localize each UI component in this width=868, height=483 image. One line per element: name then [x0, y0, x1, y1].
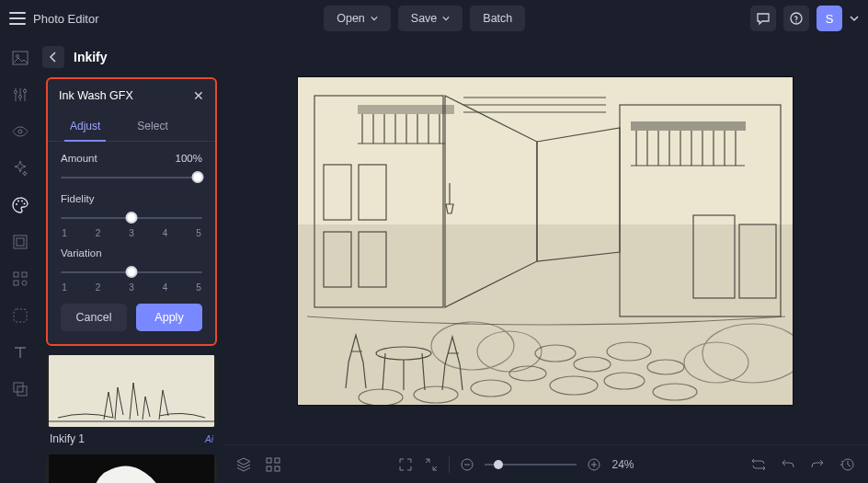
eye-icon[interactable]: [10, 121, 30, 142]
help-icon[interactable]: [783, 6, 809, 31]
compare-icon[interactable]: [750, 456, 767, 473]
amount-value: 100%: [176, 153, 202, 164]
svg-point-1: [795, 21, 796, 22]
svg-rect-20: [17, 386, 27, 396]
chevron-down-icon: [442, 15, 450, 22]
text-icon[interactable]: [10, 342, 30, 362]
tab-select[interactable]: Select: [131, 112, 173, 141]
zoom-value: 24%: [611, 458, 634, 471]
svg-point-17: [22, 281, 27, 285]
svg-point-8: [16, 203, 17, 205]
svg-point-5: [18, 95, 21, 98]
amount-label: Amount: [61, 153, 97, 164]
zoom-in-icon[interactable]: [586, 456, 602, 473]
avatar[interactable]: S: [817, 6, 842, 31]
chevron-down-icon[interactable]: [850, 14, 859, 23]
svg-point-7: [18, 130, 22, 133]
svg-rect-18: [14, 309, 27, 322]
variation-label: Variation: [61, 247, 102, 259]
svg-point-9: [17, 201, 19, 202]
back-button[interactable]: [42, 46, 64, 68]
batch-button[interactable]: Batch: [470, 6, 525, 31]
sparkle-icon[interactable]: [10, 158, 30, 178]
svg-rect-2: [13, 52, 28, 64]
layers-tool-icon[interactable]: [235, 456, 252, 473]
svg-point-11: [24, 203, 26, 205]
svg-rect-15: [22, 272, 27, 277]
layers-icon[interactable]: [10, 379, 30, 399]
menu-icon[interactable]: [9, 12, 26, 25]
apply-button[interactable]: Apply: [136, 304, 202, 331]
sliders-icon[interactable]: [10, 85, 30, 105]
svg-rect-81: [267, 466, 271, 471]
bottombar: 24%: [223, 444, 868, 483]
svg-rect-31: [358, 105, 454, 114]
preset-thumbnail: [46, 454, 217, 483]
redo-icon[interactable]: [809, 456, 826, 473]
preset-name: Inkify 1: [50, 432, 85, 445]
undo-icon[interactable]: [780, 456, 796, 473]
canvas-area: 24%: [223, 37, 868, 483]
side-panel: Inkify Ink Wash GFX ✕ Adjust Select Amou…: [40, 37, 223, 483]
topbar: Photo Editor Open Save Batch S: [0, 0, 868, 37]
history-icon[interactable]: [839, 456, 855, 473]
close-icon[interactable]: ✕: [193, 88, 204, 103]
effect-card: Ink Wash GFX ✕ Adjust Select Amount100% …: [46, 77, 217, 346]
zoom-slider[interactable]: [485, 460, 577, 469]
effect-title: Ink Wash GFX: [59, 89, 133, 102]
actual-size-icon[interactable]: [423, 456, 440, 473]
svg-rect-82: [275, 466, 280, 471]
svg-point-3: [17, 55, 19, 58]
svg-rect-16: [14, 281, 18, 285]
crop-icon[interactable]: [10, 305, 30, 326]
zoom-out-icon[interactable]: [459, 456, 475, 473]
preset-item[interactable]: Inkify 1Ai: [46, 355, 217, 445]
palette-icon[interactable]: [10, 195, 30, 215]
app-title: Photo Editor: [33, 12, 99, 26]
fidelity-label: Fidelity: [61, 193, 94, 204]
frame-icon[interactable]: [10, 232, 30, 252]
svg-rect-14: [14, 272, 18, 277]
image-icon[interactable]: [10, 48, 30, 68]
svg-rect-19: [14, 383, 23, 392]
svg-point-4: [14, 90, 17, 93]
tool-iconbar: [0, 37, 40, 483]
svg-rect-79: [267, 458, 271, 463]
canvas[interactable]: [297, 76, 794, 406]
svg-point-10: [21, 201, 23, 202]
grid-tool-icon[interactable]: [265, 456, 281, 473]
save-button[interactable]: Save: [398, 6, 463, 31]
preset-thumbnail: [46, 355, 217, 427]
fidelity-slider[interactable]: [61, 212, 202, 224]
open-button[interactable]: Open: [324, 6, 391, 31]
amount-slider[interactable]: [61, 171, 202, 184]
svg-rect-80: [275, 458, 280, 463]
preset-item[interactable]: [46, 454, 217, 483]
svg-rect-48: [631, 121, 746, 131]
tab-adjust[interactable]: Adjust: [64, 112, 106, 141]
panel-title: Inkify: [74, 50, 108, 64]
svg-point-6: [23, 89, 26, 92]
variation-slider[interactable]: [61, 266, 202, 279]
svg-rect-13: [17, 238, 24, 246]
comment-icon[interactable]: [750, 6, 776, 31]
chevron-down-icon: [371, 15, 378, 22]
svg-rect-25: [298, 77, 794, 224]
svg-rect-21: [49, 355, 214, 427]
ai-badge: Ai: [205, 434, 213, 444]
fit-screen-icon[interactable]: [397, 456, 414, 473]
cancel-button[interactable]: Cancel: [61, 304, 127, 331]
svg-rect-12: [14, 236, 27, 248]
elements-icon[interactable]: [10, 269, 30, 289]
